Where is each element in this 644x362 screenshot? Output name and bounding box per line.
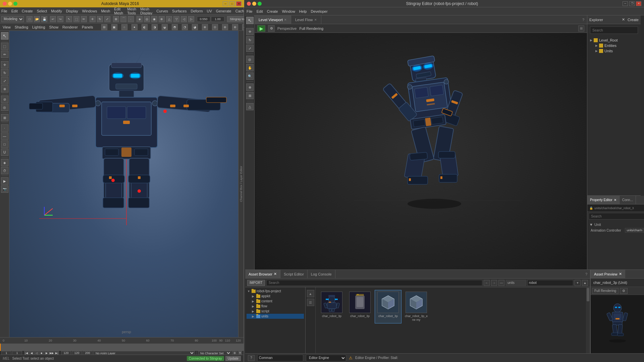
toolbar-undo[interactable]: ↩	[50, 16, 56, 22]
toolbar-save[interactable]: 💾	[41, 16, 47, 22]
vp-play-btn[interactable]: ▶	[257, 25, 265, 32]
menu-file[interactable]: File	[1, 9, 7, 13]
viewport-icon5[interactable]: ◐	[142, 24, 148, 30]
ab-forward-btn[interactable]: →	[491, 280, 497, 286]
maya-window-controls-right[interactable]: ─ □ ✕	[223, 1, 241, 6]
tool-transform[interactable]: ⊕	[1, 85, 8, 93]
engine-dropdown[interactable]: Editor Engine	[306, 355, 346, 361]
sr-tool-camera-orbit[interactable]: ◎	[246, 56, 254, 63]
menu-generate[interactable]: Generate	[216, 9, 231, 13]
stingray-window-controls[interactable]	[247, 2, 262, 6]
value-field1[interactable]	[197, 16, 210, 22]
sr-menu-help[interactable]: Help	[299, 9, 307, 13]
tool-select[interactable]: ↖	[1, 32, 8, 40]
maya-max-btn[interactable]	[13, 2, 17, 6]
question-btn[interactable]: ?	[248, 355, 255, 361]
stingray-close-icon[interactable]: ✕	[636, 1, 641, 6]
tool-move[interactable]: ✛	[1, 61, 8, 68]
ab-tree-flow[interactable]: ▶ flow	[247, 304, 304, 309]
timeline-bar[interactable]	[0, 344, 244, 351]
sr-tool-camera-pan[interactable]: ✋	[246, 64, 254, 71]
toolbar-lasso[interactable]: ⬚	[73, 16, 79, 22]
tab-script-editor[interactable]: Script Editor	[280, 270, 308, 278]
ab-tree-root[interactable]: ▼ robot-fps-project	[247, 289, 304, 294]
tool-lasso[interactable]: ⬚	[1, 43, 8, 50]
sr-menu-create[interactable]: Create	[267, 9, 278, 13]
ab-tree-units[interactable]: ▶ units	[247, 314, 304, 319]
toolbar-snap-curve[interactable]: ⌒	[120, 16, 126, 22]
viewport-icon7[interactable]: ◒	[162, 24, 168, 30]
viewport-icon13[interactable]: ⊚	[222, 24, 228, 30]
toolbar-misc6[interactable]: ▽	[173, 16, 179, 22]
maya-min-btn[interactable]	[8, 2, 12, 6]
ab-scrollbar[interactable]	[586, 287, 590, 353]
menu-windows[interactable]: Windows	[82, 9, 97, 13]
ab-upload-btn[interactable]: ▲	[307, 290, 314, 297]
menu-mesh-display[interactable]: Mesh Display	[140, 7, 152, 15]
prop-search-input[interactable]	[589, 213, 644, 220]
viewport-icon3[interactable]: ○	[121, 24, 127, 30]
toolbar-select[interactable]: ↖	[66, 16, 72, 22]
menu-edit[interactable]: Edit	[11, 9, 18, 13]
stingray-restore-icon[interactable]: ❐	[629, 1, 635, 6]
viewport-menu-panels[interactable]: Panels	[82, 25, 93, 29]
tool-rotate[interactable]: ↻	[1, 69, 8, 76]
toolbar-snap-point[interactable]: ·	[128, 16, 134, 22]
tab-level-viewport[interactable]: Level Viewport ✕	[255, 15, 291, 24]
tab-conn[interactable]: Conn...	[620, 196, 636, 204]
menu-modify[interactable]: Modify	[51, 9, 62, 13]
sr-tool-snap[interactable]: ⊞	[246, 92, 254, 99]
menu-edit-mesh[interactable]: Edit Mesh	[114, 7, 123, 15]
tool-render[interactable]: ▶	[1, 177, 8, 185]
stingray-close-btn[interactable]	[247, 2, 251, 6]
toolbar-misc2[interactable]: ◎	[144, 16, 150, 22]
viewport-menu-renderer[interactable]: Renderer	[62, 25, 78, 29]
toolbar-misc7[interactable]: ◁	[181, 16, 187, 22]
sr-menu-window[interactable]: Window	[282, 9, 295, 13]
sr-menu-developer[interactable]: Developer	[311, 9, 327, 13]
toolbar-misc3[interactable]: ◉	[151, 16, 157, 22]
maya-mode-dropdown[interactable]: Modeling	[1, 16, 24, 22]
viewport-icon2[interactable]: ▣	[111, 24, 117, 30]
ab-scrollthumb[interactable]	[587, 288, 589, 301]
tool-paint-select[interactable]: ✏	[1, 51, 8, 58]
value-field2[interactable]	[211, 16, 224, 22]
ab-search-input[interactable]	[266, 280, 482, 286]
prop-editor-close[interactable]: ✕	[614, 198, 616, 202]
tab-asset-browser[interactable]: Asset Browser ✕	[245, 270, 280, 278]
menu-deform[interactable]: Deform	[191, 9, 203, 13]
stingray-window-controls-right[interactable]: ─ ❐ ✕	[623, 1, 641, 6]
tool-snap[interactable]: ◈	[1, 159, 8, 166]
ab-filter-input[interactable]	[527, 280, 573, 286]
tab-level-viewport-close[interactable]: ✕	[284, 18, 287, 21]
viewport-menu-show[interactable]: Show	[49, 25, 59, 29]
menu-curves[interactable]: Curves	[156, 9, 168, 13]
menu-mesh-tools[interactable]: Mesh Tools	[127, 7, 136, 15]
tool-scale[interactable]: ⤢	[1, 77, 8, 84]
ab-tree-content[interactable]: ▶ content	[247, 299, 304, 304]
toolbar-open[interactable]: 📂	[34, 16, 40, 22]
ab-filter-btn[interactable]: ▼	[575, 280, 581, 286]
menu-select[interactable]: Select	[37, 9, 47, 13]
tool-face[interactable]: □	[1, 140, 8, 148]
asset-browser-close[interactable]: ✕	[274, 272, 277, 276]
menu-uv[interactable]: UV	[207, 9, 212, 13]
sr-tool-scale[interactable]: ⤢	[246, 45, 254, 52]
sr-tool-terrain[interactable]: △	[246, 103, 254, 110]
toolbar-rotate[interactable]: ↻	[97, 16, 103, 22]
prop-unit-header[interactable]: ▼ Unit	[589, 222, 644, 227]
toolbar-misc5[interactable]: △	[166, 16, 172, 22]
toolbar-paint[interactable]: ✏	[81, 16, 87, 22]
tool-uv[interactable]: U	[1, 148, 8, 156]
prop-animation-value[interactable]: units/char/n	[625, 228, 644, 233]
sr-tool-move[interactable]: ✛	[246, 28, 254, 35]
viewport-icon4[interactable]: ●	[131, 24, 138, 30]
tool-edge[interactable]: —	[1, 132, 8, 140]
tab-property-editor[interactable]: Property Editor ✕	[587, 196, 620, 204]
stingray-minimize-icon[interactable]: ─	[623, 1, 628, 6]
tab-question-btn[interactable]: ?	[580, 15, 587, 24]
viewport-icon6[interactable]: ◑	[152, 24, 158, 30]
sr-tool-camera-zoom[interactable]: 🔍	[246, 72, 254, 80]
maya-minimize-icon[interactable]: ─	[223, 1, 228, 6]
toolbar-scale[interactable]: ⤢	[104, 16, 110, 22]
